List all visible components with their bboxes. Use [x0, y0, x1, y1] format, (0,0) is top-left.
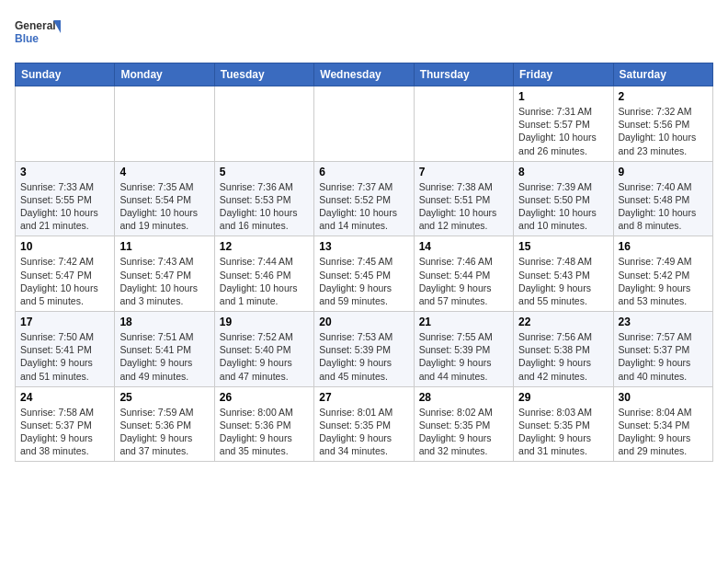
day-cell: 4Sunrise: 7:35 AM Sunset: 5:54 PM Daylig… — [115, 161, 214, 236]
day-number: 5 — [220, 166, 309, 178]
day-number: 30 — [619, 391, 708, 404]
day-cell — [214, 86, 313, 162]
day-info: Sunrise: 7:53 AM Sunset: 5:39 PM Dayligh… — [319, 330, 408, 383]
day-number: 14 — [419, 240, 508, 253]
day-number: 16 — [619, 240, 708, 253]
calendar-table: SundayMondayTuesdayWednesdayThursdayFrid… — [15, 63, 713, 462]
day-cell — [314, 86, 414, 162]
day-cell: 12Sunrise: 7:44 AM Sunset: 5:46 PM Dayli… — [214, 236, 313, 312]
day-cell: 27Sunrise: 8:01 AM Sunset: 5:35 PM Dayli… — [314, 386, 414, 462]
weekday-header-friday: Friday — [514, 63, 613, 86]
day-cell: 13Sunrise: 7:45 AM Sunset: 5:45 PM Dayli… — [314, 236, 414, 312]
day-number: 23 — [619, 316, 708, 328]
day-number: 1 — [518, 90, 608, 103]
day-info: Sunrise: 7:45 AM Sunset: 5:45 PM Dayligh… — [319, 255, 408, 307]
day-info: Sunrise: 8:04 AM Sunset: 5:34 PM Dayligh… — [619, 406, 708, 458]
day-number: 9 — [619, 166, 708, 178]
day-info: Sunrise: 7:49 AM Sunset: 5:42 PM Dayligh… — [619, 255, 708, 307]
day-info: Sunrise: 7:39 AM Sunset: 5:50 PM Dayligh… — [518, 180, 608, 233]
day-number: 28 — [419, 391, 508, 404]
day-info: Sunrise: 7:32 AM Sunset: 5:56 PM Dayligh… — [619, 105, 708, 157]
day-info: Sunrise: 7:42 AM Sunset: 5:47 PM Dayligh… — [20, 255, 109, 307]
day-cell: 28Sunrise: 8:02 AM Sunset: 5:35 PM Dayli… — [414, 386, 513, 462]
day-info: Sunrise: 7:43 AM Sunset: 5:47 PM Dayligh… — [119, 255, 209, 307]
weekday-header-tuesday: Tuesday — [214, 63, 313, 86]
day-info: Sunrise: 8:00 AM Sunset: 5:36 PM Dayligh… — [220, 406, 309, 458]
weekday-header-wednesday: Wednesday — [314, 63, 414, 86]
day-info: Sunrise: 7:31 AM Sunset: 5:57 PM Dayligh… — [518, 105, 608, 157]
day-info: Sunrise: 7:59 AM Sunset: 5:36 PM Dayligh… — [119, 406, 209, 458]
day-number: 29 — [518, 391, 608, 404]
day-cell — [16, 86, 115, 162]
week-row-5: 24Sunrise: 7:58 AM Sunset: 5:37 PM Dayli… — [16, 386, 713, 462]
weekday-header-saturday: Saturday — [613, 63, 712, 86]
day-info: Sunrise: 8:01 AM Sunset: 5:35 PM Dayligh… — [319, 406, 408, 458]
day-info: Sunrise: 7:57 AM Sunset: 5:37 PM Dayligh… — [619, 330, 708, 383]
day-number: 15 — [518, 240, 608, 253]
day-cell: 18Sunrise: 7:51 AM Sunset: 5:41 PM Dayli… — [115, 312, 214, 387]
day-number: 20 — [319, 316, 408, 328]
day-cell: 29Sunrise: 8:03 AM Sunset: 5:35 PM Dayli… — [514, 386, 613, 462]
day-number: 3 — [20, 166, 109, 178]
page-header: General Blue — [15, 15, 713, 53]
day-info: Sunrise: 7:52 AM Sunset: 5:40 PM Dayligh… — [220, 330, 309, 383]
weekday-header-sunday: Sunday — [16, 63, 115, 86]
day-number: 17 — [20, 316, 109, 328]
day-info: Sunrise: 7:44 AM Sunset: 5:46 PM Dayligh… — [220, 255, 309, 307]
day-cell: 23Sunrise: 7:57 AM Sunset: 5:37 PM Dayli… — [613, 312, 712, 387]
week-row-2: 3Sunrise: 7:33 AM Sunset: 5:55 PM Daylig… — [16, 161, 713, 236]
logo: General Blue — [15, 15, 61, 53]
day-cell: 16Sunrise: 7:49 AM Sunset: 5:42 PM Dayli… — [613, 236, 712, 312]
day-number: 8 — [518, 166, 608, 178]
day-cell: 15Sunrise: 7:48 AM Sunset: 5:43 PM Dayli… — [514, 236, 613, 312]
week-row-3: 10Sunrise: 7:42 AM Sunset: 5:47 PM Dayli… — [16, 236, 713, 312]
day-cell: 9Sunrise: 7:40 AM Sunset: 5:48 PM Daylig… — [613, 161, 712, 236]
day-info: Sunrise: 7:40 AM Sunset: 5:48 PM Dayligh… — [619, 180, 708, 233]
day-info: Sunrise: 8:03 AM Sunset: 5:35 PM Dayligh… — [518, 406, 608, 458]
day-cell: 25Sunrise: 7:59 AM Sunset: 5:36 PM Dayli… — [115, 386, 214, 462]
day-number: 2 — [619, 90, 708, 103]
day-info: Sunrise: 7:37 AM Sunset: 5:52 PM Dayligh… — [319, 180, 408, 233]
day-info: Sunrise: 8:02 AM Sunset: 5:35 PM Dayligh… — [419, 406, 508, 458]
day-number: 7 — [419, 166, 508, 178]
day-cell: 3Sunrise: 7:33 AM Sunset: 5:55 PM Daylig… — [16, 161, 115, 236]
day-number: 24 — [20, 391, 109, 404]
day-cell: 24Sunrise: 7:58 AM Sunset: 5:37 PM Dayli… — [16, 386, 115, 462]
day-info: Sunrise: 7:48 AM Sunset: 5:43 PM Dayligh… — [518, 255, 608, 307]
day-cell: 17Sunrise: 7:50 AM Sunset: 5:41 PM Dayli… — [16, 312, 115, 387]
day-cell: 19Sunrise: 7:52 AM Sunset: 5:40 PM Dayli… — [214, 312, 313, 387]
day-cell: 6Sunrise: 7:37 AM Sunset: 5:52 PM Daylig… — [314, 161, 414, 236]
day-cell: 26Sunrise: 8:00 AM Sunset: 5:36 PM Dayli… — [214, 386, 313, 462]
day-cell: 7Sunrise: 7:38 AM Sunset: 5:51 PM Daylig… — [414, 161, 513, 236]
day-number: 12 — [220, 240, 309, 253]
day-info: Sunrise: 7:50 AM Sunset: 5:41 PM Dayligh… — [20, 330, 109, 383]
day-info: Sunrise: 7:51 AM Sunset: 5:41 PM Dayligh… — [119, 330, 209, 383]
day-info: Sunrise: 7:35 AM Sunset: 5:54 PM Dayligh… — [119, 180, 209, 233]
day-cell: 22Sunrise: 7:56 AM Sunset: 5:38 PM Dayli… — [514, 312, 613, 387]
day-cell: 14Sunrise: 7:46 AM Sunset: 5:44 PM Dayli… — [414, 236, 513, 312]
day-cell: 11Sunrise: 7:43 AM Sunset: 5:47 PM Dayli… — [115, 236, 214, 312]
day-number: 13 — [319, 240, 408, 253]
day-cell: 1Sunrise: 7:31 AM Sunset: 5:57 PM Daylig… — [514, 86, 613, 162]
day-info: Sunrise: 7:46 AM Sunset: 5:44 PM Dayligh… — [419, 255, 508, 307]
svg-text:General: General — [15, 19, 56, 32]
day-number: 18 — [119, 316, 209, 328]
day-cell: 10Sunrise: 7:42 AM Sunset: 5:47 PM Dayli… — [16, 236, 115, 312]
svg-text:Blue: Blue — [15, 32, 39, 45]
day-info: Sunrise: 7:33 AM Sunset: 5:55 PM Dayligh… — [20, 180, 109, 233]
day-number: 27 — [319, 391, 408, 404]
weekday-header-monday: Monday — [115, 63, 214, 86]
day-number: 22 — [518, 316, 608, 328]
day-cell: 2Sunrise: 7:32 AM Sunset: 5:56 PM Daylig… — [613, 86, 712, 162]
day-info: Sunrise: 7:56 AM Sunset: 5:38 PM Dayligh… — [518, 330, 608, 383]
week-row-1: 1Sunrise: 7:31 AM Sunset: 5:57 PM Daylig… — [16, 86, 713, 162]
day-number: 10 — [20, 240, 109, 253]
day-number: 11 — [119, 240, 209, 253]
day-cell: 30Sunrise: 8:04 AM Sunset: 5:34 PM Dayli… — [613, 386, 712, 462]
day-cell: 8Sunrise: 7:39 AM Sunset: 5:50 PM Daylig… — [514, 161, 613, 236]
day-cell: 21Sunrise: 7:55 AM Sunset: 5:39 PM Dayli… — [414, 312, 513, 387]
day-number: 4 — [119, 166, 209, 178]
day-info: Sunrise: 7:36 AM Sunset: 5:53 PM Dayligh… — [220, 180, 309, 233]
day-info: Sunrise: 7:38 AM Sunset: 5:51 PM Dayligh… — [419, 180, 508, 233]
day-cell — [115, 86, 214, 162]
